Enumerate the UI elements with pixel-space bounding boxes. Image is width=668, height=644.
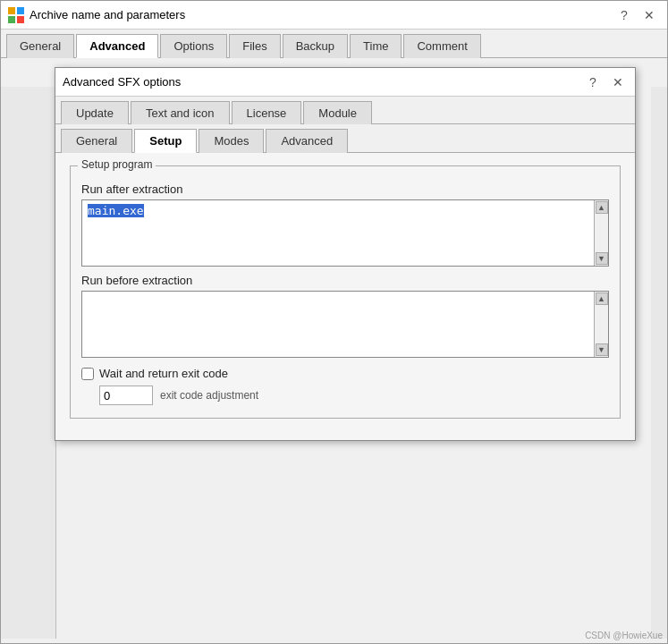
run-before-label: Run before extraction: [81, 274, 609, 287]
outer-titlebar-buttons: ? ✕: [613, 4, 660, 26]
tab-comment[interactable]: Comment: [403, 34, 480, 58]
tab-modes[interactable]: Modes: [199, 129, 264, 153]
tab-general[interactable]: General: [6, 34, 74, 58]
tab-module[interactable]: Module: [303, 101, 372, 124]
scroll-down-arrow[interactable]: ▼: [596, 252, 608, 265]
run-before-textarea[interactable]: [82, 292, 594, 357]
group-box-title: Setup program: [78, 158, 156, 171]
tab-files[interactable]: Files: [229, 34, 280, 58]
exit-code-desc: exit code adjustment: [160, 389, 258, 402]
tab-general-inner[interactable]: General: [61, 129, 132, 153]
tab-backup[interactable]: Backup: [283, 34, 348, 58]
tab-advanced-inner[interactable]: Advanced: [266, 129, 348, 153]
wait-exit-code-row: Wait and return exit code: [81, 367, 609, 380]
run-before-textarea-wrapper: ▲ ▼: [81, 291, 609, 358]
bg-left-panel: [1, 87, 56, 639]
inner-tab-row1: Update Text and icon License Module: [55, 97, 635, 124]
tab-setup[interactable]: Setup: [134, 129, 197, 153]
inner-close-button[interactable]: ✕: [608, 72, 628, 92]
inner-dialog-title: Advanced SFX options: [63, 75, 583, 89]
tab-license[interactable]: License: [232, 101, 302, 124]
svg-rect-2: [8, 16, 15, 23]
outer-window-title: Archive name and parameters: [30, 8, 613, 21]
scroll-up-arrow[interactable]: ▲: [596, 201, 608, 214]
tab-advanced[interactable]: Advanced: [76, 34, 158, 58]
run-after-label: Run after extraction: [81, 182, 609, 196]
svg-rect-0: [8, 7, 15, 14]
bg-right-panel: [651, 87, 667, 639]
setup-program-group: Setup program Run after extraction ▲ ▼ R…: [70, 165, 621, 419]
inner-titlebar: Advanced SFX options ? ✕: [55, 68, 635, 97]
inner-title-buttons: ? ✕: [583, 72, 628, 92]
svg-rect-1: [17, 7, 24, 14]
tab-time[interactable]: Time: [350, 34, 402, 58]
inner-dialog-content: Setup program Run after extraction ▲ ▼ R…: [55, 153, 635, 440]
exit-code-input[interactable]: [99, 386, 153, 405]
inner-tab-row2: General Setup Modes Advanced: [55, 124, 635, 153]
run-after-textarea[interactable]: [82, 200, 594, 266]
wait-exit-code-label: Wait and return exit code: [99, 367, 228, 380]
run-after-scrollbar[interactable]: ▲ ▼: [594, 200, 608, 266]
svg-rect-3: [17, 16, 24, 23]
scroll-down-arrow-2[interactable]: ▼: [596, 343, 608, 356]
scroll-up-arrow-2[interactable]: ▲: [596, 292, 608, 305]
outer-help-button[interactable]: ?: [613, 4, 635, 26]
tab-update[interactable]: Update: [61, 101, 129, 124]
watermark: CSDN @HowieXue: [585, 631, 663, 640]
inner-help-button[interactable]: ?: [583, 72, 603, 92]
app-icon: [8, 7, 24, 23]
outer-content: Advanced SFX options ? ✕ Update Text and…: [1, 58, 667, 639]
tab-options[interactable]: Options: [160, 34, 227, 58]
run-after-textarea-wrapper: ▲ ▼: [81, 199, 609, 267]
exit-code-row: exit code adjustment: [81, 386, 609, 405]
outer-tab-bar: General Advanced Options Files Backup Ti…: [1, 30, 667, 58]
tab-text-and-icon[interactable]: Text and icon: [131, 101, 230, 124]
outer-close-button[interactable]: ✕: [638, 4, 660, 26]
outer-window: Archive name and parameters ? ✕ General …: [0, 0, 668, 644]
inner-dialog: Advanced SFX options ? ✕ Update Text and…: [55, 67, 636, 441]
outer-titlebar: Archive name and parameters ? ✕: [1, 1, 667, 30]
run-before-scrollbar[interactable]: ▲ ▼: [594, 292, 608, 357]
wait-exit-code-checkbox[interactable]: [81, 368, 94, 380]
